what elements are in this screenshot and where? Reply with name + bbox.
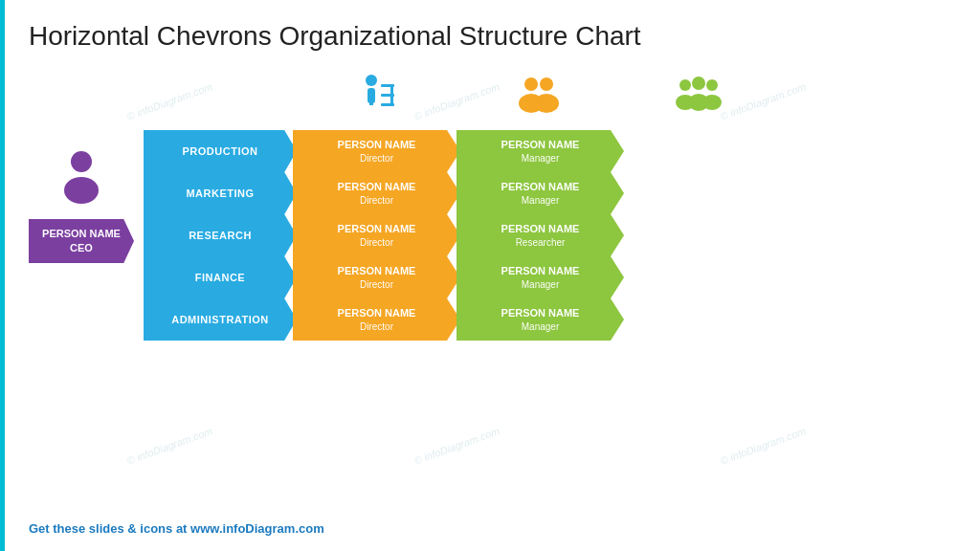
icons-header [144,71,782,121]
ceo-chevron: PERSON NAME CEO [29,219,134,264]
watermark-4: © infoDiagram.com [125,425,214,467]
manager-icon-cell [614,71,782,121]
org-row: PRODUCTION PERSON NAME Director PERSON N… [144,130,782,172]
svg-point-0 [71,151,92,172]
dept-chevron: RESEARCH [144,214,297,256]
director-name: PERSON NAME [338,222,416,235]
manager-name: PERSON NAME [501,180,580,193]
manager-chevron: PERSON NAME Manager [457,298,624,341]
dept-chevron: FINANCE [144,256,297,298]
manager-chevron: PERSON NAME Manager [457,130,624,172]
footer: Get these slides & icons at www.infoDiag… [29,521,324,536]
manager-name: PERSON NAME [501,138,580,151]
rows-area: PRODUCTION PERSON NAME Director PERSON N… [144,71,782,341]
manager-role: Manager [522,194,559,207]
page-title: Horizontal Chevrons Organizational Struc… [0,0,980,61]
manager-name: PERSON NAME [501,306,580,320]
svg-point-1 [64,177,99,204]
director-chevron: PERSON NAME Director [293,256,460,298]
dept-icon-cell [291,71,458,121]
director-role: Director [360,278,393,291]
svg-point-13 [679,79,691,91]
dept-chevron: PRODUCTION [144,130,297,172]
director-name: PERSON NAME [338,180,416,193]
manager-role: Researcher [516,236,566,249]
director-name: PERSON NAME [338,306,416,320]
watermark-6: © infoDiagram.com [719,425,808,467]
director-icon-cell [453,71,620,121]
director-chevron: PERSON NAME Director [293,172,460,214]
director-name: PERSON NAME [338,138,416,151]
svg-point-12 [534,94,559,113]
svg-point-17 [706,79,718,91]
manager-chevron: PERSON NAME Manager [457,172,624,214]
main-content: PERSON NAME CEO [0,71,980,341]
director-role: Director [360,152,393,165]
footer-text-before: Get these slides & icons at www. [29,521,223,536]
manager-role: Manager [522,278,559,291]
ceo-role: CEO [40,241,122,255]
director-role: Director [360,236,393,249]
director-name: PERSON NAME [338,264,416,277]
manager-role: Manager [522,152,559,165]
org-rows-container: PRODUCTION PERSON NAME Director PERSON N… [144,130,782,341]
manager-name: PERSON NAME [501,222,580,235]
svg-point-18 [702,95,722,110]
director-chevron: PERSON NAME Director [293,214,460,256]
director-role: Director [360,194,393,207]
manager-role: Manager [522,320,559,333]
dept-chevron: MARKETING [144,172,297,214]
manager-chevron: PERSON NAME Researcher [457,214,624,256]
svg-rect-4 [369,96,373,105]
manager-chevron: PERSON NAME Manager [457,256,624,298]
org-row: ADMINISTRATION PERSON NAME Director PERS… [144,298,782,341]
left-accent-bar [0,0,5,551]
director-chevron: PERSON NAME Director [293,130,460,172]
ceo-name: PERSON NAME [40,227,122,241]
footer-text-after: .com [295,521,323,536]
svg-point-11 [540,77,553,91]
ceo-column: PERSON NAME CEO [29,148,134,264]
svg-point-15 [692,77,705,90]
icon-spacer [144,71,297,121]
ceo-avatar-icon [57,148,105,215]
org-row: MARKETING PERSON NAME Director PERSON NA… [144,172,782,214]
watermark-5: © infoDiagram.com [412,425,501,467]
director-chevron: PERSON NAME Director [293,298,460,341]
svg-point-9 [524,77,538,91]
footer-brand: infoDiagram [223,521,296,536]
dept-chevron: ADMINISTRATION [144,298,297,341]
svg-rect-8 [390,84,393,106]
director-role: Director [360,320,393,333]
svg-point-2 [366,75,377,86]
org-row: RESEARCH PERSON NAME Director PERSON NAM… [144,214,782,256]
manager-name: PERSON NAME [501,264,580,277]
org-row: FINANCE PERSON NAME Director PERSON NAME… [144,256,782,298]
